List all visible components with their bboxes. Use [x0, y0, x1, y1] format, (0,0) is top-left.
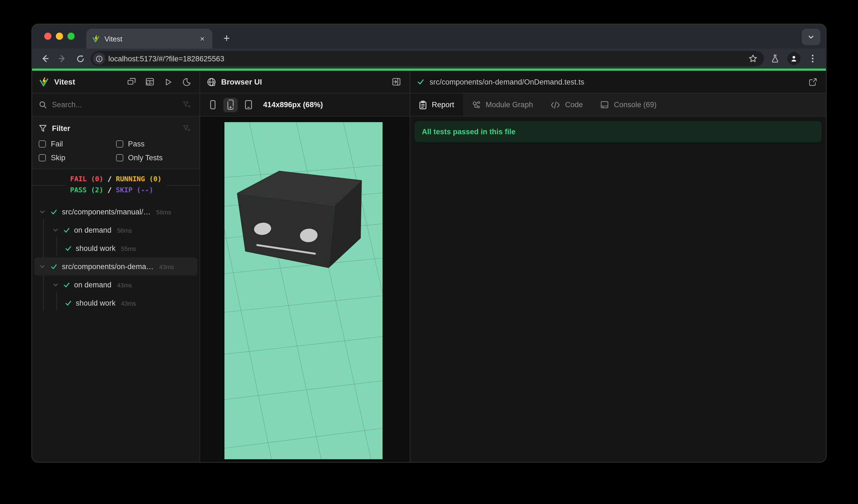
flask-icon — [770, 54, 779, 63]
device-toolbar: 414x896px (68%) — [200, 93, 410, 117]
new-tab-button[interactable]: + — [219, 31, 234, 46]
console-icon — [601, 101, 609, 109]
test-name: should work — [76, 299, 115, 307]
device-phone-small-button[interactable] — [206, 98, 220, 112]
tree-suite-row[interactable]: on demand 56ms — [34, 221, 197, 239]
floor-grid — [224, 122, 383, 459]
chevron-down-icon[interactable] — [39, 264, 45, 270]
test-progress-bar — [32, 68, 826, 71]
panel-right-arrow-icon — [392, 77, 401, 86]
filter-checkbox-pass[interactable]: Pass — [116, 140, 193, 148]
all-tests-passed-banner: All tests passed in this file — [415, 121, 822, 142]
device-phone-button[interactable] — [223, 98, 238, 112]
screen: Vitest × + — [0, 0, 858, 504]
tree-file-row-selected[interactable]: src/components/on-dema… 43ms — [34, 258, 197, 276]
test-duration: 43ms — [159, 263, 174, 270]
device-tablet-button[interactable] — [241, 98, 255, 112]
forward-button[interactable] — [55, 51, 70, 66]
pass-check-icon — [62, 227, 70, 234]
dark-mode-toggle[interactable] — [180, 75, 193, 88]
bookmark-button[interactable] — [745, 54, 761, 63]
url-text[interactable]: localhost:5173/#/?file=1828625563 — [108, 54, 742, 63]
globe-icon — [207, 77, 216, 86]
windows-overlap-icon — [127, 77, 136, 86]
avatar — [787, 52, 800, 65]
run-all-button[interactable] — [161, 75, 175, 88]
chevron-down-icon[interactable] — [52, 282, 59, 288]
tested-app-viewport[interactable] — [224, 122, 383, 459]
close-window-button[interactable] — [44, 33, 51, 40]
tab-label: Code — [565, 101, 583, 109]
search-input[interactable] — [52, 101, 175, 109]
info-icon — [95, 55, 102, 62]
sidebar-header: Vitest — [32, 71, 200, 93]
dock-panel-button[interactable] — [390, 75, 403, 88]
ungroup-view-button[interactable] — [125, 75, 138, 88]
preview-backdrop — [200, 117, 410, 462]
pass-check-icon — [417, 78, 425, 86]
phone-small-icon — [210, 100, 216, 110]
checkbox-label: Skip — [51, 153, 65, 162]
clear-filters-button[interactable] — [180, 121, 193, 135]
chevron-down-icon[interactable] — [52, 227, 59, 233]
checkbox — [116, 140, 123, 148]
threejs-scene — [224, 122, 383, 459]
profile-button[interactable] — [786, 51, 801, 66]
test-duration: 56ms — [117, 227, 132, 233]
back-arrow-icon — [41, 54, 49, 63]
back-button[interactable] — [37, 51, 52, 66]
chevron-down-icon[interactable] — [39, 209, 45, 215]
vitest-ui: Vitest — [32, 71, 826, 462]
tab-label: Report — [432, 101, 454, 109]
tab-console[interactable]: Console (69) — [592, 93, 666, 116]
person-icon — [790, 55, 798, 63]
filter-options: Fail Pass Skip Only Tests — [39, 140, 193, 162]
zoom-window-button[interactable] — [67, 33, 75, 40]
filter-header: Filter — [39, 121, 193, 135]
open-in-editor-button[interactable] — [806, 75, 819, 88]
pass-check-icon — [50, 208, 58, 215]
moon-icon — [182, 78, 190, 86]
tab-report[interactable]: Report — [410, 93, 463, 116]
report-panel: src/components/on-demand/OnDemand.test.t… — [410, 71, 826, 462]
tab-code[interactable]: Code — [542, 93, 592, 116]
module-graph-icon — [472, 100, 481, 109]
pass-check-icon — [50, 263, 58, 270]
pass-check-icon — [64, 245, 72, 252]
test-duration: 56ms — [156, 209, 171, 215]
tree-test-row[interactable]: should work 43ms — [34, 294, 197, 312]
external-link-icon — [809, 78, 817, 86]
file-header: src/components/on-demand/OnDemand.test.t… — [410, 71, 826, 93]
address-bar[interactable]: localhost:5173/#/?file=1828625563 — [91, 51, 764, 66]
tab-search-button[interactable] — [801, 29, 821, 45]
tab-close-icon[interactable]: × — [198, 34, 207, 43]
filter-checkbox-only-tests[interactable]: Only Tests — [116, 153, 193, 162]
test-file-name: src/components/on-dema… — [62, 262, 154, 271]
test-name: should work — [76, 244, 115, 253]
pass-count: PASS (2) — [70, 186, 103, 194]
tab-label: Console (69) — [614, 101, 657, 109]
clear-search-filter-button[interactable] — [180, 98, 193, 111]
tree-file-row[interactable]: src/components/manual/… 56ms — [34, 203, 197, 221]
browser-tab[interactable]: Vitest × — [86, 29, 212, 49]
tree-test-row[interactable]: should work 55ms — [34, 239, 197, 258]
report-tabs: Report Module Graph — [410, 93, 826, 117]
tab-module-graph[interactable]: Module Graph — [463, 93, 542, 116]
tree-suite-row[interactable]: on demand 43ms — [34, 276, 197, 294]
test-duration: 43ms — [121, 300, 136, 306]
banner-text: All tests passed in this file — [422, 127, 515, 136]
traffic-lights — [44, 33, 75, 40]
dashboard-button[interactable] — [143, 75, 157, 88]
site-info-button[interactable] — [93, 52, 105, 65]
pass-check-icon — [62, 281, 70, 289]
filter-checkbox-fail[interactable]: Fail — [39, 140, 116, 148]
tablet-icon — [244, 100, 252, 110]
search-row — [32, 93, 200, 117]
reload-button[interactable] — [73, 51, 88, 66]
checkbox — [116, 154, 123, 161]
filter-checkbox-skip[interactable]: Skip — [39, 153, 116, 162]
viewport-dimensions: 414x896px (68%) — [263, 101, 323, 109]
minimize-window-button[interactable] — [56, 33, 63, 40]
experiments-button[interactable] — [767, 51, 783, 66]
menu-button[interactable] — [805, 51, 821, 66]
